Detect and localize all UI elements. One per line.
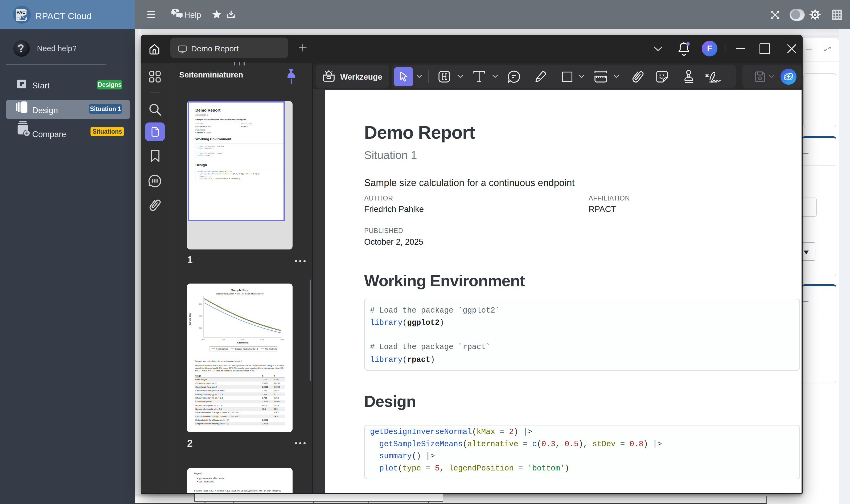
svg-text:100: 100 [199, 327, 202, 329]
svg-text:Sample Size: Sample Size [189, 313, 191, 325]
svg-text:d: d [25, 17, 27, 21]
svg-text:Max # subjects: Max # subjects [265, 348, 277, 350]
svg-text:PACT: PACT [17, 10, 28, 15]
svg-text:0.30: 0.30 [201, 339, 205, 341]
svg-text:200: 200 [199, 303, 202, 305]
svg-text:Expected # subjects under H1: Expected # subjects under H1 [235, 348, 258, 350]
svg-text:0.40: 0.40 [241, 339, 245, 341]
svg-text:0.35: 0.35 [221, 339, 225, 341]
svg-text:Alternative: Alternative [237, 342, 248, 344]
svg-text:0.50: 0.50 [280, 339, 284, 341]
svg-text:150: 150 [199, 315, 202, 317]
svg-text:# subjects fixed: # subjects fixed [216, 348, 228, 350]
svg-text:0.45: 0.45 [260, 339, 264, 341]
svg-text:Clou: Clou [17, 17, 25, 21]
